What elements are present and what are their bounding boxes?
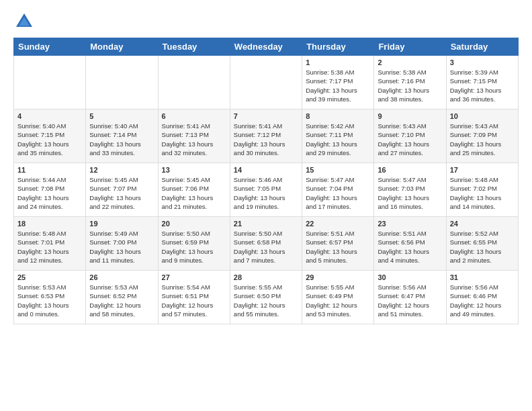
day-info: Sunrise: 5:53 AMSunset: 6:53 PMDaylight:… [17,283,82,318]
calendar-cell: 19Sunrise: 5:49 AMSunset: 7:00 PMDayligh… [86,217,158,271]
calendar-cell: 2Sunrise: 5:38 AMSunset: 7:16 PMDaylight… [374,56,446,109]
day-info: Sunrise: 5:45 AMSunset: 7:07 PMDaylight:… [89,175,154,211]
calendar: SundayMondayTuesdayWednesdayThursdayFrid… [13,38,519,324]
column-header-thursday: Thursday [302,38,374,56]
day-number: 6 [162,112,226,120]
day-number: 2 [378,58,442,66]
day-info: Sunrise: 5:47 AMSunset: 7:03 PMDaylight:… [378,175,442,211]
day-info: Sunrise: 5:40 AMSunset: 7:14 PMDaylight:… [89,122,154,157]
calendar-cell: 11Sunrise: 5:44 AMSunset: 7:08 PMDayligh… [14,163,86,217]
day-info: Sunrise: 5:56 AMSunset: 6:47 PMDaylight:… [378,283,442,318]
day-number: 17 [450,166,515,174]
calendar-cell: 20Sunrise: 5:50 AMSunset: 6:59 PMDayligh… [158,217,230,271]
logo [13,11,38,32]
calendar-cell: 25Sunrise: 5:53 AMSunset: 6:53 PMDayligh… [14,271,86,324]
day-number: 8 [306,112,370,120]
day-number: 25 [17,273,82,281]
day-number: 18 [17,220,82,228]
calendar-cell [14,56,86,109]
calendar-cell: 5Sunrise: 5:40 AMSunset: 7:14 PMDaylight… [86,109,158,163]
calendar-cell: 23Sunrise: 5:51 AMSunset: 6:56 PMDayligh… [374,217,446,271]
calendar-cell: 30Sunrise: 5:56 AMSunset: 6:47 PMDayligh… [374,271,446,324]
day-number: 26 [89,273,154,281]
day-number: 3 [450,58,515,66]
day-number: 31 [450,273,515,281]
column-header-saturday: Saturday [446,38,518,56]
week-row-2: 4Sunrise: 5:40 AMSunset: 7:15 PMDaylight… [14,109,519,163]
column-header-tuesday: Tuesday [158,38,230,56]
column-header-friday: Friday [374,38,446,56]
day-info: Sunrise: 5:43 AMSunset: 7:10 PMDaylight:… [378,122,442,157]
calendar-cell: 13Sunrise: 5:45 AMSunset: 7:06 PMDayligh… [158,163,230,217]
day-info: Sunrise: 5:49 AMSunset: 7:00 PMDaylight:… [89,229,154,265]
day-info: Sunrise: 5:51 AMSunset: 6:56 PMDaylight:… [378,229,442,265]
calendar-cell [158,56,230,109]
calendar-header-row: SundayMondayTuesdayWednesdayThursdayFrid… [14,38,519,56]
day-number: 12 [89,166,154,174]
calendar-cell: 9Sunrise: 5:43 AMSunset: 7:10 PMDaylight… [374,109,446,163]
week-row-3: 11Sunrise: 5:44 AMSunset: 7:08 PMDayligh… [14,163,519,217]
calendar-cell: 17Sunrise: 5:48 AMSunset: 7:02 PMDayligh… [446,163,518,217]
calendar-cell: 1Sunrise: 5:38 AMSunset: 7:17 PMDaylight… [302,56,374,109]
day-number: 16 [378,166,442,174]
day-number: 9 [378,112,442,120]
day-info: Sunrise: 5:50 AMSunset: 6:58 PMDaylight:… [234,229,298,265]
day-info: Sunrise: 5:43 AMSunset: 7:09 PMDaylight:… [450,122,515,157]
calendar-cell: 15Sunrise: 5:47 AMSunset: 7:04 PMDayligh… [302,163,374,217]
day-number: 11 [17,166,82,174]
day-number: 20 [162,220,226,228]
calendar-cell: 21Sunrise: 5:50 AMSunset: 6:58 PMDayligh… [230,217,302,271]
day-info: Sunrise: 5:48 AMSunset: 7:01 PMDaylight:… [17,229,82,265]
day-info: Sunrise: 5:40 AMSunset: 7:15 PMDaylight:… [17,122,82,157]
calendar-cell [86,56,158,109]
calendar-cell: 14Sunrise: 5:46 AMSunset: 7:05 PMDayligh… [230,163,302,217]
calendar-cell: 7Sunrise: 5:41 AMSunset: 7:12 PMDaylight… [230,109,302,163]
day-info: Sunrise: 5:39 AMSunset: 7:15 PMDaylight:… [450,68,515,103]
day-number: 13 [162,166,226,174]
day-info: Sunrise: 5:38 AMSunset: 7:17 PMDaylight:… [306,68,370,103]
calendar-cell: 29Sunrise: 5:55 AMSunset: 6:49 PMDayligh… [302,271,374,324]
day-number: 22 [306,220,370,228]
calendar-cell: 26Sunrise: 5:53 AMSunset: 6:52 PMDayligh… [86,271,158,324]
calendar-cell: 6Sunrise: 5:41 AMSunset: 7:13 PMDaylight… [158,109,230,163]
page-header [13,11,519,32]
logo-icon [13,11,35,32]
day-info: Sunrise: 5:53 AMSunset: 6:52 PMDaylight:… [89,283,154,318]
calendar-cell: 31Sunrise: 5:56 AMSunset: 6:46 PMDayligh… [446,271,518,324]
day-info: Sunrise: 5:46 AMSunset: 7:05 PMDaylight:… [234,175,298,211]
calendar-cell: 10Sunrise: 5:43 AMSunset: 7:09 PMDayligh… [446,109,518,163]
calendar-cell: 22Sunrise: 5:51 AMSunset: 6:57 PMDayligh… [302,217,374,271]
day-number: 19 [89,220,154,228]
day-number: 30 [378,273,442,281]
calendar-cell: 24Sunrise: 5:52 AMSunset: 6:55 PMDayligh… [446,217,518,271]
day-info: Sunrise: 5:38 AMSunset: 7:16 PMDaylight:… [378,68,442,103]
column-header-sunday: Sunday [14,38,86,56]
day-info: Sunrise: 5:42 AMSunset: 7:11 PMDaylight:… [306,122,370,157]
week-row-4: 18Sunrise: 5:48 AMSunset: 7:01 PMDayligh… [14,217,519,271]
day-info: Sunrise: 5:55 AMSunset: 6:49 PMDaylight:… [306,283,370,318]
day-number: 1 [306,58,370,66]
day-info: Sunrise: 5:44 AMSunset: 7:08 PMDaylight:… [17,175,82,211]
day-info: Sunrise: 5:45 AMSunset: 7:06 PMDaylight:… [162,175,226,211]
day-info: Sunrise: 5:48 AMSunset: 7:02 PMDaylight:… [450,175,515,211]
calendar-cell: 27Sunrise: 5:54 AMSunset: 6:51 PMDayligh… [158,271,230,324]
day-info: Sunrise: 5:56 AMSunset: 6:46 PMDaylight:… [450,283,515,318]
day-number: 28 [234,273,298,281]
day-number: 23 [378,220,442,228]
column-header-wednesday: Wednesday [230,38,302,56]
day-info: Sunrise: 5:47 AMSunset: 7:04 PMDaylight:… [306,175,370,211]
calendar-cell: 3Sunrise: 5:39 AMSunset: 7:15 PMDaylight… [446,56,518,109]
day-number: 24 [450,220,515,228]
calendar-cell: 16Sunrise: 5:47 AMSunset: 7:03 PMDayligh… [374,163,446,217]
day-info: Sunrise: 5:41 AMSunset: 7:13 PMDaylight:… [162,122,226,157]
day-info: Sunrise: 5:50 AMSunset: 6:59 PMDaylight:… [162,229,226,265]
day-info: Sunrise: 5:54 AMSunset: 6:51 PMDaylight:… [162,283,226,318]
day-number: 5 [89,112,154,120]
calendar-cell: 4Sunrise: 5:40 AMSunset: 7:15 PMDaylight… [14,109,86,163]
day-number: 14 [234,166,298,174]
day-number: 21 [234,220,298,228]
day-number: 29 [306,273,370,281]
column-header-monday: Monday [86,38,158,56]
day-info: Sunrise: 5:51 AMSunset: 6:57 PMDaylight:… [306,229,370,265]
calendar-cell: 18Sunrise: 5:48 AMSunset: 7:01 PMDayligh… [14,217,86,271]
